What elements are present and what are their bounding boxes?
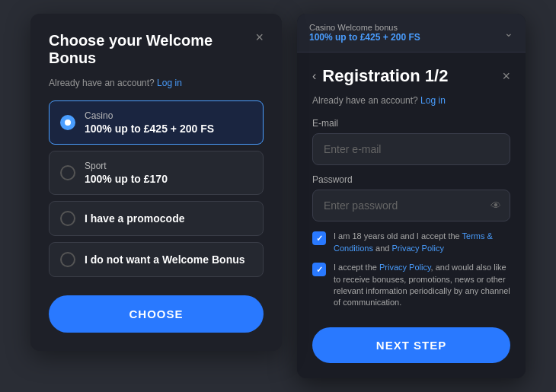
option-no-bonus[interactable]: I do not want a Welcome Bonus <box>49 242 264 277</box>
welcome-bonus-panel: Choose your Welcome Bonus × Already have… <box>30 14 282 351</box>
option-casino[interactable]: Casino 100% up to £425 + 200 FS <box>49 100 264 145</box>
option-promo[interactable]: I have a promocode <box>49 201 264 236</box>
email-input[interactable] <box>312 133 510 165</box>
privacy-policy-link-1[interactable]: Privacy Policy <box>391 244 443 253</box>
option-no-bonus-value: I do not want a Welcome Bonus <box>85 253 245 266</box>
email-label: E-mail <box>312 118 510 129</box>
privacy-text: I accept the Privacy Policy, and would a… <box>334 262 510 309</box>
privacy-checkbox-group: I accept the Privacy Policy, and would a… <box>312 262 510 309</box>
radio-promo <box>60 211 75 226</box>
terms-checkbox[interactable] <box>312 231 326 245</box>
registration-body: ‹ Registration 1/2 × Already have an acc… <box>297 53 526 378</box>
toggle-password-icon[interactable]: 👁 <box>490 199 501 212</box>
password-input[interactable] <box>312 190 510 221</box>
option-sport[interactable]: Sport 100% up to £170 <box>49 151 264 195</box>
bonus-header: Casino Welcome bonus 100% up to £425 + 2… <box>297 14 526 53</box>
option-casino-value: 100% up to £425 + 200 FS <box>85 123 214 135</box>
have-account-text: Already have an account? Log in <box>49 78 264 88</box>
email-group: E-mail <box>312 118 510 165</box>
reg-login-link[interactable]: Log in <box>420 95 446 106</box>
option-sport-label: Sport <box>85 161 168 171</box>
header-bonus-value: 100% up to £425 + 200 FS <box>309 32 420 43</box>
close-button[interactable]: × <box>251 29 268 46</box>
password-group: Password 👁 <box>312 174 510 221</box>
chevron-down-icon[interactable]: ⌄ <box>504 27 513 39</box>
choose-button[interactable]: CHOOSE <box>49 295 264 333</box>
radio-sport <box>60 165 75 180</box>
close-registration-button[interactable]: × <box>502 69 510 84</box>
radio-no-bonus <box>60 252 75 267</box>
option-casino-label: Casino <box>85 110 214 121</box>
next-step-button[interactable]: NEXT STEP <box>312 327 510 363</box>
privacy-checkbox[interactable] <box>312 263 326 276</box>
radio-casino <box>60 115 75 130</box>
privacy-policy-link-2[interactable]: Privacy Policy <box>379 263 431 272</box>
password-label: Password <box>312 174 510 185</box>
terms-text: I am 18 years old and I accept the Terms… <box>334 231 510 254</box>
back-button[interactable]: ‹ <box>312 70 316 82</box>
option-sport-value: 100% up to £170 <box>85 173 168 185</box>
registration-panel: Casino Welcome bonus 100% up to £425 + 2… <box>297 14 526 378</box>
header-bonus-title: Casino Welcome bonus <box>309 23 420 32</box>
registration-title: Registration 1/2 <box>322 66 448 86</box>
panel-title: Choose your Welcome Bonus <box>49 32 264 67</box>
reg-have-account: Already have an account? Log in <box>312 95 510 106</box>
terms-checkbox-group: I am 18 years old and I accept the Terms… <box>312 231 510 254</box>
option-promo-value: I have a promocode <box>85 212 184 225</box>
login-link[interactable]: Log in <box>157 78 182 88</box>
